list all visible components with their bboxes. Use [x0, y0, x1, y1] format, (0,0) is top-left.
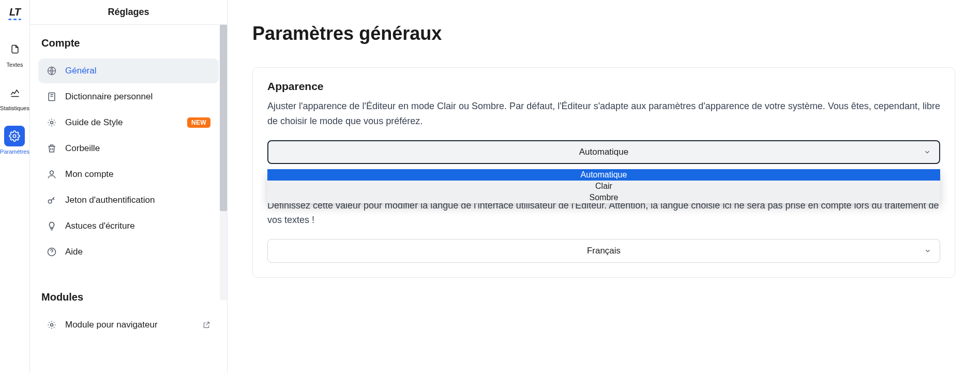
main-content: Paramètres généraux Apparence Ajuster l'… — [228, 0, 980, 373]
sidebar-item-jeton[interactable]: Jeton d'authentification — [38, 188, 219, 213]
sidebar-item-label: Guide de Style — [65, 117, 179, 128]
app-logo[interactable]: LT — [9, 6, 20, 18]
gear-icon — [9, 130, 20, 142]
chart-icon — [10, 87, 20, 98]
rail-label: Paramètres — [0, 148, 29, 155]
sidebar-item-aide[interactable]: Aide — [38, 240, 219, 264]
appearance-dropdown: Automatique Clair Sombre — [267, 169, 940, 203]
section-title-compte: Compte — [38, 37, 219, 49]
chevron-down-icon — [924, 148, 931, 156]
settings-card: Apparence Ajuster l'apparence de l'Édite… — [252, 67, 955, 278]
nav-rail: LT Textes Statistiques Paramètres — [0, 0, 30, 373]
dropdown-option-clair[interactable]: Clair — [267, 181, 940, 192]
appearance-description: Ajuster l'apparence de l'Éditeur en mode… — [267, 99, 940, 129]
gear-icon — [47, 320, 57, 330]
settings-sidebar: Réglages Compte Général Dictionnaire per… — [30, 0, 228, 373]
dropdown-option-sombre[interactable]: Sombre — [267, 192, 940, 203]
appearance-heading: Apparence — [267, 80, 940, 93]
rail-item-parametres[interactable]: Paramètres — [0, 126, 29, 155]
select-value: Français — [587, 246, 621, 256]
appearance-select[interactable]: Automatique — [267, 140, 940, 164]
sidebar-item-astuces[interactable]: Astuces d'écriture — [38, 214, 219, 238]
dropdown-option-automatique[interactable]: Automatique — [267, 169, 940, 181]
sidebar-item-label: Corbeille — [65, 143, 210, 154]
globe-icon — [47, 66, 57, 76]
sidebar-item-label: Module pour navigateur — [65, 320, 194, 330]
sidebar-item-corbeille[interactable]: Corbeille — [38, 136, 219, 161]
svg-point-7 — [51, 324, 53, 326]
sidebar-item-module-navigateur[interactable]: Module pour navigateur — [38, 312, 219, 337]
trash-icon — [47, 143, 57, 154]
svg-point-5 — [48, 200, 52, 203]
lightbulb-icon — [47, 221, 57, 231]
sidebar-item-style-guide[interactable]: Guide de Style NEW — [38, 110, 219, 135]
help-icon — [47, 247, 57, 257]
external-link-icon — [202, 321, 210, 329]
section-title-modules: Modules — [38, 291, 219, 303]
sidebar-item-label: Dictionnaire personnel — [65, 92, 210, 102]
sidebar-item-label: Mon compte — [65, 169, 210, 180]
sidebar-item-dictionnaire[interactable]: Dictionnaire personnel — [38, 84, 219, 109]
rail-label: Statistiques — [0, 105, 29, 111]
document-icon — [10, 44, 20, 54]
key-icon — [47, 195, 57, 205]
rail-item-textes[interactable]: Textes — [5, 39, 25, 68]
svg-point-0 — [13, 135, 17, 138]
dictionary-icon — [47, 92, 57, 102]
sidebar-title: Réglages — [30, 0, 227, 25]
svg-point-4 — [50, 171, 54, 174]
style-icon — [47, 117, 57, 128]
svg-point-3 — [51, 122, 53, 124]
select-value: Automatique — [579, 147, 628, 157]
rail-label: Textes — [7, 62, 23, 68]
sidebar-item-general[interactable]: Général — [38, 58, 219, 83]
sidebar-item-label: Aide — [65, 247, 210, 257]
page-title: Paramètres généraux — [252, 23, 955, 44]
sidebar-item-label: Général — [65, 66, 210, 76]
rail-item-statistiques[interactable]: Statistiques — [0, 82, 29, 111]
sidebar-item-mon-compte[interactable]: Mon compte — [38, 162, 219, 187]
chevron-down-icon — [924, 247, 931, 255]
scrollbar-track[interactable] — [220, 25, 227, 300]
user-icon — [47, 169, 57, 180]
scrollbar-thumb[interactable] — [220, 25, 227, 211]
svg-rect-2 — [49, 93, 55, 101]
sidebar-item-label: Jeton d'authentification — [65, 195, 210, 205]
sidebar-item-label: Astuces d'écriture — [65, 221, 210, 231]
language-select[interactable]: Français — [267, 239, 940, 263]
new-badge: NEW — [187, 117, 210, 128]
